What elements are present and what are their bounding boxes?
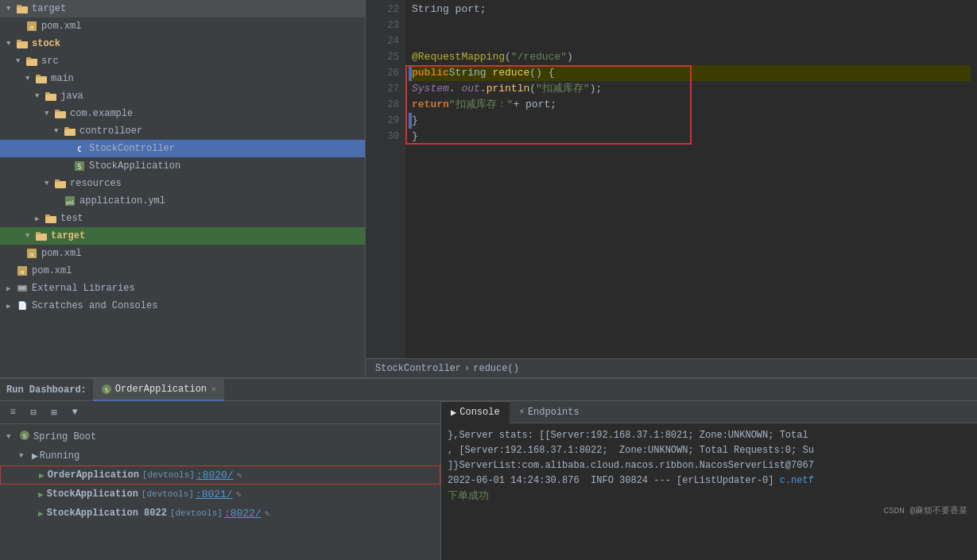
run-tree-running[interactable]: ▼ ▶ Running [0, 446, 440, 465]
run-dashboard-label: Run Dashboard: [6, 384, 87, 396]
app-edit-btn[interactable]: ✎ [237, 470, 242, 481]
tab-label: OrderApplication [115, 384, 207, 395]
run-panel: ≡ ⊟ ⊞ ▼ ▼ S Spring Boot ▼ ▶ Running ▶ Or… [0, 401, 441, 560]
sort-btn[interactable]: ≡ [5, 404, 21, 420]
tree-item-pom3[interactable]: mpom.xml [0, 262, 365, 280]
app-edit-btn[interactable]: ✎ [236, 489, 242, 500]
folder-icon [54, 177, 67, 190]
breadcrumb-sep: › [464, 363, 470, 374]
tree-item-StockController[interactable]: CStockController [0, 140, 365, 157]
tree-item-label: StockController [89, 143, 175, 154]
filter-group-btn[interactable]: ⊞ [46, 404, 62, 420]
tree-item-java[interactable]: ▼java [0, 87, 365, 105]
folder-icon [54, 107, 67, 120]
tree-arrow: ▼ [35, 92, 45, 100]
svg-rect-7 [26, 57, 31, 60]
svg-rect-25 [45, 214, 50, 217]
tree-item-StockApplication[interactable]: SStockApplication [0, 157, 365, 175]
tree-item-label: resources [70, 178, 122, 189]
tree-arrow: ▼ [6, 5, 16, 13]
svg-rect-34 [19, 288, 25, 289]
endpoints-tab-label: Endpoints [528, 407, 580, 418]
folder-icon [64, 125, 76, 137]
tree-arrow: ▼ [25, 75, 35, 83]
app-port[interactable]: :8020/ [196, 469, 234, 481]
tree-arrow: ▶ [35, 214, 45, 223]
svg-rect-15 [64, 127, 69, 129]
main-area: ▼target mpom.xml▼stock▼src▼main▼java▼com… [0, 0, 977, 377]
run-app-item-stock-app-8021[interactable]: ▶ StockApplication [devtools] :8021/ ✎ [0, 485, 440, 504]
spring-boot-label: Spring Boot [33, 431, 96, 442]
code-line: String port; [412, 2, 971, 17]
line-number: 29 [366, 113, 399, 129]
tree-item-test[interactable]: ▶test [0, 210, 365, 227]
app-tag: [devtools] [170, 508, 223, 518]
tab-close-btn[interactable]: ✕ [211, 384, 216, 394]
breadcrumb: StockController › reduce() [366, 358, 977, 377]
console-line: CSDN @麻烦不要香菜 [448, 504, 971, 519]
app-name: OrderApplication [48, 469, 139, 481]
spring-boot-icon: S [19, 430, 30, 444]
svg-rect-0 [17, 6, 28, 14]
line-number: 23 [366, 17, 399, 33]
svg-rect-26 [36, 234, 47, 241]
filter-btn[interactable]: ▼ [67, 404, 83, 420]
app-edit-btn[interactable]: ✎ [265, 508, 270, 519]
tree-arrow: ▼ [45, 180, 54, 187]
tree-item-main[interactable]: ▼main [0, 70, 365, 87]
code-line: } [412, 129, 971, 145]
folder-icon [35, 72, 48, 85]
code-line: System. out.println("扣减库存"); [412, 81, 971, 97]
folder-icon [45, 212, 57, 225]
tree-item-label: main [51, 73, 74, 84]
app-port[interactable]: :8021/ [196, 489, 233, 500]
app-port[interactable]: :8022/ [224, 508, 262, 519]
console-tab-console[interactable]: ▶Console [441, 401, 510, 423]
running-arrow: ▼ [19, 452, 32, 460]
svg-rect-6 [26, 59, 37, 66]
tree-item-target-top[interactable]: ▼target [0, 0, 365, 17]
tree-item-stock[interactable]: ▼stock [0, 35, 365, 52]
run-tree-spring-boot[interactable]: ▼ S Spring Boot [0, 427, 440, 446]
tree-item-pom-top[interactable]: mpom.xml [0, 17, 365, 35]
breadcrumb-method: reduce() [473, 363, 519, 374]
console-tabs: ▶Console⚡Endpoints [441, 401, 977, 423]
tree-item-resources[interactable]: ▼resources [0, 175, 365, 192]
svg-rect-33 [19, 287, 25, 288]
tree-item-scratches[interactable]: ▶📄Scratches and Consoles [0, 297, 365, 315]
line-number: 22 [366, 2, 399, 17]
tree-item-com-example[interactable]: ▼com.example [0, 105, 365, 122]
tree-item-external-libs[interactable]: ▶External Libraries [0, 280, 365, 297]
tree-arrow: ▶ [6, 302, 16, 311]
tree-arrow: ▶ [6, 284, 16, 293]
console-tab-endpoints[interactable]: ⚡Endpoints [510, 401, 589, 423]
run-toolbar: ≡ ⊟ ⊞ ▼ [0, 401, 440, 424]
run-app-item-order-app[interactable]: ▶ OrderApplication [devtools] :8020/ ✎ [0, 465, 440, 485]
tree-item-label: External Libraries [32, 283, 135, 294]
bottom-panel: Run Dashboard: S OrderApplication ✕ ≡ ⊟ … [0, 377, 977, 560]
run-app-item-stock-app-8022[interactable]: ▶ StockApplication 8022 [devtools] :8022… [0, 504, 440, 523]
tree-arrow: ▼ [45, 110, 54, 118]
folder-icon [25, 55, 38, 68]
tree-item-target2[interactable]: ▼target [0, 227, 365, 245]
console-icon: ▶ [451, 407, 456, 419]
collapse-btn[interactable]: ⊟ [25, 404, 41, 420]
console-line: 下单成功 [448, 489, 971, 504]
tree-item-label: target [51, 230, 85, 241]
app-play-icon: ▶ [38, 508, 44, 519]
svg-rect-20 [55, 181, 66, 188]
svg-rect-11 [45, 92, 50, 95]
tree-item-src[interactable]: ▼src [0, 52, 365, 70]
tree-item-application-yml[interactable]: ymlapplication.yml [0, 192, 365, 210]
tree-item-pom2[interactable]: mpom.xml [0, 245, 365, 262]
svg-text:yml: yml [66, 199, 75, 206]
code-area: 222324252627282930 String port; @Request… [366, 0, 977, 358]
tree-item-controlloer[interactable]: ▼controlloer [0, 122, 365, 140]
svg-rect-24 [45, 216, 56, 223]
app-name: StockApplication [47, 489, 138, 500]
project-sidebar[interactable]: ▼target mpom.xml▼stock▼src▼main▼java▼com… [0, 0, 366, 377]
line-number: 28 [366, 97, 399, 113]
code-line: @RequestMapping("/reduce") [412, 49, 971, 65]
xml-file-icon: m [25, 20, 38, 33]
tab-order-application[interactable]: S OrderApplication ✕ [93, 379, 224, 401]
